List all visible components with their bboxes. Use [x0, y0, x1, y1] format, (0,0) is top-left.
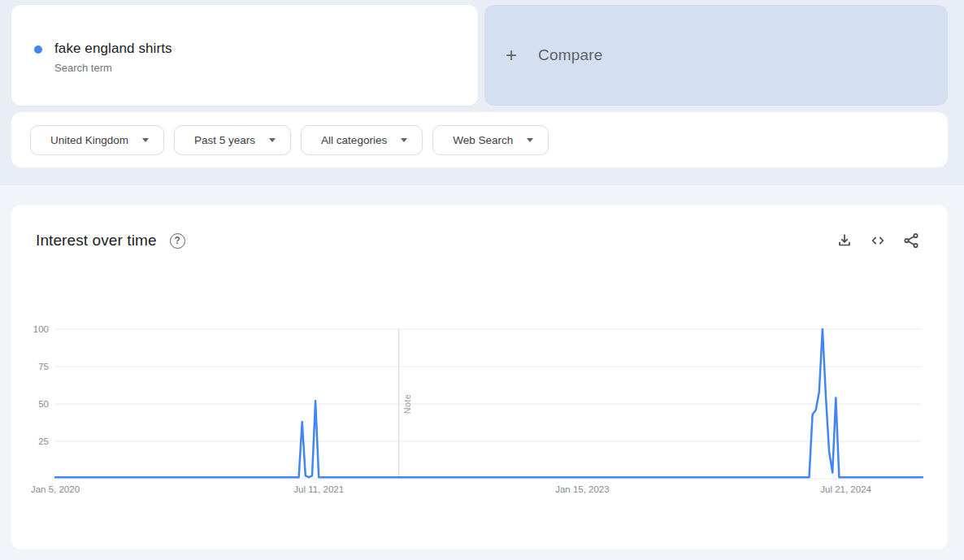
- x-axis-tick-label: Jul 21, 2024: [820, 484, 871, 494]
- y-axis-tick-label: 25: [11, 435, 49, 448]
- x-axis-tick-label: Jan 15, 2023: [555, 484, 610, 494]
- chevron-down-icon: [401, 138, 407, 142]
- section-title: Interest over time: [36, 232, 157, 250]
- filter-category-label: All categories: [321, 134, 387, 146]
- series-color-dot: [34, 46, 42, 54]
- google-trends-explore-page: fake england shirts Search term + Compar…: [0, 0, 964, 560]
- add-comparison-button[interactable]: + Compare: [484, 5, 948, 106]
- share-icon[interactable]: [902, 232, 920, 250]
- search-term-title: fake england shirts: [54, 41, 172, 57]
- filter-geo-dropdown[interactable]: United Kingdom: [30, 125, 164, 155]
- plus-icon: +: [506, 46, 517, 65]
- chevron-down-icon: [527, 138, 533, 142]
- search-term-card[interactable]: fake england shirts Search term: [11, 5, 478, 106]
- embed-icon[interactable]: [869, 232, 887, 250]
- note-marker-label[interactable]: Note: [402, 394, 412, 414]
- x-axis-tick-label: Jan 5, 2020: [31, 484, 80, 494]
- chart-actions: [836, 232, 920, 250]
- query-header-section: fake england shirts Search term + Compar…: [0, 0, 964, 185]
- trend-line-chart[interactable]: [55, 329, 923, 479]
- help-icon[interactable]: ?: [170, 233, 185, 249]
- filter-category-dropdown[interactable]: All categories: [301, 125, 423, 155]
- chevron-down-icon: [269, 138, 276, 142]
- compare-label: Compare: [538, 46, 603, 64]
- search-term-subtitle: Search term: [54, 62, 172, 74]
- chart-header: Interest over time ?: [36, 232, 920, 250]
- y-axis-tick-label: 50: [11, 397, 49, 410]
- filter-geo-label: United Kingdom: [50, 134, 128, 146]
- y-axis-tick-label: 75: [11, 360, 49, 373]
- filter-property-dropdown[interactable]: Web Search: [432, 125, 549, 155]
- chevron-down-icon: [142, 138, 149, 142]
- filter-bar: United Kingdom Past 5 years All categori…: [11, 112, 948, 167]
- download-icon[interactable]: [836, 232, 853, 250]
- filter-time-label: Past 5 years: [194, 134, 255, 146]
- interest-over-time-card: Interest over time ?: [11, 205, 948, 549]
- y-axis-tick-label: 100: [11, 323, 49, 336]
- search-terms-row: fake england shirts Search term + Compar…: [11, 5, 948, 106]
- filter-property-label: Web Search: [453, 134, 513, 146]
- filter-time-dropdown[interactable]: Past 5 years: [174, 125, 291, 155]
- x-axis-tick-label: Jul 11, 2021: [293, 484, 344, 494]
- search-term-text: fake england shirts Search term: [54, 41, 172, 74]
